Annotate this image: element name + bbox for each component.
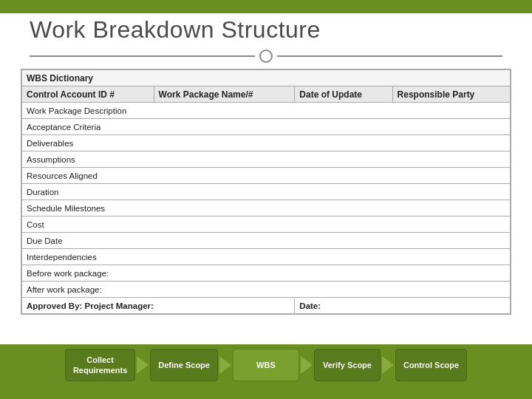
row-label: Assumptions xyxy=(22,151,511,168)
nav-arrow-2 xyxy=(219,356,231,374)
table-row: Cost xyxy=(22,216,511,233)
row-label: Acceptance Criteria xyxy=(22,119,511,135)
row-label: Before work package: xyxy=(22,265,511,282)
row-label: Due Date xyxy=(22,233,511,249)
row-label: Schedule Milestones xyxy=(22,200,511,216)
row-label: Resources Aligned xyxy=(22,168,511,184)
row-label: After work package: xyxy=(22,282,511,298)
title-area: Work Breakdown Structure xyxy=(0,0,532,50)
nav-arrow-3 xyxy=(301,356,313,374)
table-row: Acceptance Criteria xyxy=(22,119,511,135)
nav-box-verify[interactable]: Verify Scope xyxy=(314,349,381,381)
nav-item-define[interactable]: Define Scope xyxy=(150,349,218,381)
row-label: Interdependencies xyxy=(22,249,511,265)
nav-box-collect[interactable]: Collect Requirements xyxy=(65,349,135,381)
divider-line-right xyxy=(277,55,502,57)
row-label: Work Package Description xyxy=(22,103,511,119)
nav-item-control[interactable]: Control Scope xyxy=(395,349,467,381)
header-row: Control Account ID # Work Package Name/#… xyxy=(22,86,511,103)
row-label: Deliverables xyxy=(22,135,511,151)
nav-item-collect[interactable]: Collect Requirements xyxy=(65,349,135,381)
col-control-account: Control Account ID # xyxy=(22,86,154,103)
table-row: Schedule Milestones xyxy=(22,200,511,216)
table-row: Due Date xyxy=(22,233,511,249)
wbs-table: WBS Dictionary Control Account ID # Work… xyxy=(21,69,511,314)
nav-item-verify[interactable]: Verify Scope xyxy=(314,349,381,381)
table-row: Before work package: xyxy=(22,265,511,282)
divider-line-left xyxy=(30,55,255,57)
approved-row: Approved By: Project Manager: Date: xyxy=(22,298,511,314)
nav-box-wbs[interactable]: WBS xyxy=(233,349,299,381)
nav-box-control[interactable]: Control Scope xyxy=(395,349,467,381)
table-row: After work package: xyxy=(22,282,511,298)
table-row: Resources Aligned xyxy=(22,168,511,184)
nav-arrow-4 xyxy=(382,356,394,374)
col-date-update: Date of Update xyxy=(295,86,392,103)
row-label: Duration xyxy=(22,184,511,200)
nav-bar: Collect Requirements Define Scope WBS Ve… xyxy=(0,344,532,386)
col-work-package: Work Package Name/# xyxy=(154,86,295,103)
approved-by-label: Approved By: Project Manager: xyxy=(22,298,295,314)
divider-circle xyxy=(259,50,273,63)
wbs-dictionary-label: WBS Dictionary xyxy=(22,70,511,86)
wbs-table-container: WBS Dictionary Control Account ID # Work… xyxy=(21,69,511,315)
wbs-dictionary-row: WBS Dictionary xyxy=(22,70,511,86)
nav-box-define[interactable]: Define Scope xyxy=(150,349,218,381)
nav-item-wbs[interactable]: WBS xyxy=(233,349,299,381)
date-label: Date: xyxy=(295,298,511,314)
page-title: Work Breakdown Structure xyxy=(30,16,502,44)
title-divider xyxy=(0,50,532,63)
col-responsible: Responsible Party xyxy=(392,86,510,103)
table-row: Assumptions xyxy=(22,151,511,168)
row-label: Cost xyxy=(22,216,511,233)
table-row: Duration xyxy=(22,184,511,200)
nav-arrow-1 xyxy=(137,356,149,374)
table-row: Deliverables xyxy=(22,135,511,151)
slide: Work Breakdown Structure WBS Dictionary … xyxy=(0,0,532,399)
table-row: Interdependencies xyxy=(22,249,511,265)
table-row: Work Package Description xyxy=(22,103,511,119)
